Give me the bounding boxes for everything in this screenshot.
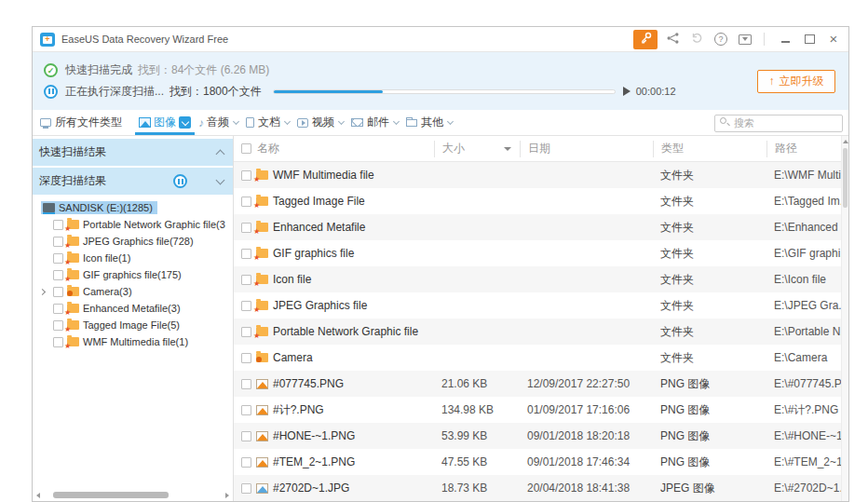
filter-images[interactable]: 图像 (135, 110, 195, 135)
window-menu-button[interactable] (736, 30, 754, 49)
scroll-left-arrow-icon[interactable] (36, 493, 40, 498)
file-name: Tagged Image File (273, 195, 365, 208)
checkbox[interactable] (241, 249, 251, 259)
tree-item-gif[interactable]: GIF graphics file(175) (33, 266, 233, 283)
column-header-type[interactable]: 类型 (653, 141, 766, 157)
vertical-scrollbar[interactable] (841, 136, 848, 501)
checkbox[interactable] (53, 287, 63, 297)
maximize-button[interactable] (800, 30, 819, 49)
filter-video-label: 视频 (312, 115, 334, 130)
filter-documents[interactable]: 文档 (242, 110, 293, 135)
close-icon (830, 31, 838, 47)
select-all-checkbox[interactable] (241, 143, 251, 154)
sidebar-section-deep-scan[interactable]: 深度扫描结果 (33, 168, 233, 195)
search-input[interactable] (714, 115, 843, 132)
close-button[interactable] (824, 30, 843, 49)
folder-star-icon (256, 197, 268, 206)
checkbox[interactable] (53, 337, 63, 347)
checkbox[interactable] (53, 237, 63, 247)
checkbox[interactable] (241, 483, 251, 494)
tree-item-icon-file[interactable]: Icon file(1) (33, 250, 233, 266)
camera-folder-icon (67, 287, 79, 296)
scroll-up-arrow-icon[interactable] (843, 140, 848, 143)
tree-item-wmf[interactable]: WMF Multimedia file(1) (33, 333, 233, 350)
file-size: 18.73 KB (434, 482, 520, 495)
checkbox[interactable] (241, 405, 251, 415)
table-row[interactable]: Camera 文件夹 E:\Camera (234, 345, 841, 371)
table-row[interactable]: #TEM_2~1.PNG 47.55 KB 09/01/2018 17:46:3… (234, 449, 841, 475)
filter-other[interactable]: 其他 (402, 110, 456, 135)
tree-item-sandisk[interactable]: SANDISK (E:)(1285) (33, 199, 233, 216)
column-header-date[interactable]: 日期 (520, 141, 653, 157)
tree-item-tiff[interactable]: Tagged Image File(5) (33, 317, 233, 333)
images-dropdown-button[interactable] (179, 116, 191, 129)
column-header-size[interactable]: 大小 (434, 141, 520, 157)
checkbox[interactable] (241, 353, 251, 363)
tree-item-jpeg[interactable]: JPEG Graphics file(728) (33, 233, 233, 250)
checkbox[interactable] (53, 304, 63, 314)
table-row[interactable]: #计?.PNG 134.98 KB 01/09/2017 17:16:06 PN… (234, 397, 841, 423)
file-name: WMF Multimedia file (273, 169, 374, 182)
table-row[interactable]: GIF graphics file 文件夹 E:\GIF graphi... (234, 240, 841, 266)
deep-scan-label: 正在执行深度扫描... (65, 84, 164, 100)
app-window: EaseUS Data Recovery Wizard Free (32, 26, 849, 502)
filter-audio[interactable]: 音频 (195, 110, 242, 135)
scroll-right-arrow-icon[interactable] (225, 493, 229, 498)
file-name: #TEM_2~1.PNG (273, 455, 355, 468)
file-path: E:\#HONE-~1... (766, 429, 841, 442)
pause-circle-icon[interactable] (44, 85, 58, 99)
filter-video[interactable]: 视频 (293, 110, 347, 135)
tree-item-emf[interactable]: Enhanced Metafile(3) (33, 300, 233, 317)
table-row[interactable]: Enhanced Metafile 文件夹 E:\Enhanced ... (234, 214, 841, 240)
file-name: Camera (273, 351, 313, 364)
table-row[interactable]: Icon file 文件夹 E:\Icon file (234, 266, 841, 292)
table-row[interactable]: WMF Multimedia file 文件夹 E:\WMF Multi... (234, 162, 841, 188)
scrollbar-thumb[interactable] (843, 148, 848, 208)
checkbox[interactable] (241, 170, 251, 181)
checkbox[interactable] (53, 320, 63, 331)
checkbox[interactable] (241, 223, 251, 233)
expand-chevron-icon[interactable] (39, 288, 46, 294)
license-key-button[interactable] (633, 30, 658, 49)
checkbox[interactable] (241, 197, 251, 207)
file-type-filter-bar: 所有文件类型 图像 音频 文档 视频 (33, 110, 848, 136)
filter-images-label: 图像 (154, 115, 176, 130)
table-row[interactable]: #2702D~1.JPG 18.73 KB 20/04/2018 18:41:3… (234, 475, 841, 501)
titlebar-divider (764, 33, 765, 46)
file-type: 文件夹 (653, 350, 766, 366)
file-path: E:\#2702D~1... (766, 482, 841, 495)
pause-scan-button[interactable] (173, 174, 187, 188)
table-row[interactable]: Tagged Image File 文件夹 E:\Tagged Im... (234, 188, 841, 214)
minimize-button[interactable] (776, 30, 794, 49)
table-row[interactable]: #HONE-~1.PNG 53.99 KB 09/01/2018 18:20:1… (234, 423, 841, 449)
checkbox[interactable] (241, 275, 251, 285)
help-button[interactable] (712, 30, 730, 49)
checkbox[interactable] (241, 301, 251, 311)
share-button[interactable] (663, 30, 682, 49)
tree-item-png[interactable]: Portable Network Graphic file(3 (33, 216, 233, 233)
checkbox[interactable] (241, 379, 251, 389)
table-row[interactable]: JPEG Graphics file 文件夹 E:\JPEG Gra... (234, 292, 841, 319)
scrollbar-thumb[interactable] (53, 492, 169, 498)
table-row[interactable]: #077745.PNG 21.06 KB 12/09/2017 22:27:50… (234, 371, 841, 397)
checkbox[interactable] (53, 270, 63, 280)
restore-session-button[interactable] (687, 30, 706, 49)
chevron-down-icon (338, 118, 345, 125)
table-row[interactable]: Portable Network Graphic file 文件夹 E:\Por… (234, 319, 841, 345)
checkbox[interactable] (241, 327, 251, 337)
checkbox[interactable] (241, 457, 251, 468)
filter-email[interactable]: 邮件 (347, 110, 402, 135)
upgrade-now-button[interactable]: 立即升级 (757, 70, 835, 93)
column-header-path[interactable]: 路径 (766, 141, 841, 157)
checkbox[interactable] (53, 253, 63, 264)
column-label: 大小 (442, 141, 465, 156)
horizontal-scrollbar[interactable] (34, 491, 231, 499)
deep-scan-status: 正在执行深度扫描... 找到：1800个文件 00:00:12 (44, 84, 757, 100)
checkbox[interactable] (241, 431, 251, 441)
sort-arrow-icon[interactable] (504, 147, 511, 151)
column-header-name[interactable]: 名称 (234, 141, 434, 157)
tree-item-camera[interactable]: Camera(3) (33, 283, 233, 300)
checkbox[interactable] (53, 220, 63, 230)
filter-all-file-types[interactable]: 所有文件类型 (36, 110, 126, 135)
sidebar-section-quick-scan[interactable]: 快速扫描结果 (33, 139, 233, 166)
